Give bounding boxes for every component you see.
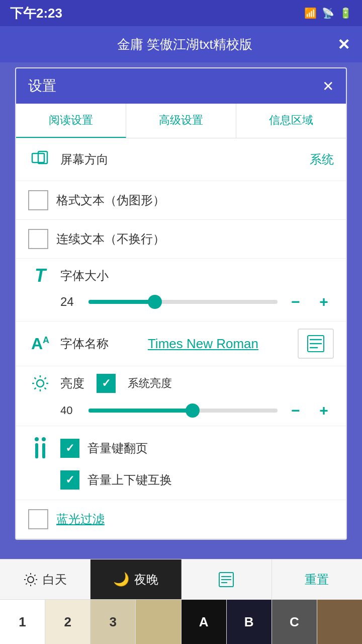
signal-icon: 📶	[304, 7, 317, 19]
app-title: 金庸 笑傲江湖txt精校版	[32, 36, 337, 53]
continuous-text-label: 连续文本（不换行）	[56, 231, 334, 247]
brightness-top-row: 亮度 系统亮度	[28, 371, 334, 395]
bottom-toolbar: 白天 🌙 夜晚 重置 1 2 3	[0, 559, 362, 644]
theme-a-label: A	[199, 614, 209, 630]
settings-content: 屏幕方向 系统 格式文本（伪图形） 连续文本（不换行） T 字体大小	[16, 138, 346, 539]
svg-rect-18	[42, 443, 45, 458]
theme-button-1[interactable]: 1	[0, 600, 45, 644]
status-time: 下午2:23	[10, 5, 62, 22]
svg-point-15	[35, 437, 39, 441]
font-name-icon: AA	[28, 332, 52, 356]
volume-icon	[28, 436, 52, 460]
settings-close-button[interactable]: ✕	[322, 78, 334, 95]
brightness-value: 40	[60, 404, 80, 417]
format-text-row: 格式文本（伪图形）	[16, 181, 346, 220]
svg-line-24	[26, 575, 27, 576]
svg-point-16	[42, 437, 46, 441]
svg-line-14	[35, 388, 36, 389]
continuous-text-checkbox[interactable]	[28, 229, 48, 249]
svg-line-13	[45, 378, 46, 379]
screen-orientation-label: 屏幕方向	[60, 151, 302, 168]
theme-button-b[interactable]: B	[227, 600, 272, 644]
font-size-row: 24 − +	[28, 292, 334, 312]
brightness-slider-row: 40 − +	[60, 400, 334, 421]
blue-light-label[interactable]: 蓝光过滤	[56, 511, 105, 527]
font-name-value[interactable]: Times New Roman	[117, 336, 290, 352]
screen-orientation-row: 屏幕方向 系统	[16, 138, 346, 181]
svg-line-25	[34, 583, 35, 584]
tab-advanced-settings[interactable]: 高级设置	[126, 104, 236, 138]
volume-page-turn-checkbox[interactable]	[60, 439, 79, 458]
system-brightness-checkbox[interactable]	[97, 374, 116, 393]
toolbar-mode-row: 白天 🌙 夜晚 重置	[0, 559, 362, 600]
svg-line-26	[34, 575, 35, 576]
theme-button-3[interactable]: 3	[90, 600, 136, 644]
volume-page-turn-row: 音量键翻页	[28, 431, 334, 465]
svg-point-19	[28, 577, 34, 583]
night-mode-label: 夜晚	[134, 572, 158, 588]
theme-1-label: 1	[19, 614, 26, 630]
toolbar-themes-row: 1 2 3 A B C	[0, 600, 362, 644]
wifi-icon: 📡	[322, 7, 334, 19]
theme-3-label: 3	[110, 614, 117, 630]
svg-rect-17	[35, 443, 38, 458]
theme-button-c[interactable]: C	[272, 600, 317, 644]
title-close-button[interactable]: ✕	[337, 36, 350, 53]
brightness-icon	[28, 371, 52, 395]
font-size-value: 24	[60, 295, 80, 309]
font-size-decrease-button[interactable]: −	[286, 292, 306, 312]
screen-orientation-value[interactable]: 系统	[310, 151, 334, 168]
volume-swap-label: 音量上下键互换	[87, 472, 334, 488]
day-mode-button[interactable]: 白天	[0, 559, 90, 599]
theme-button-4[interactable]	[136, 600, 181, 644]
tab-reading-settings[interactable]: 阅读设置	[16, 104, 126, 138]
settings-header: 设置 ✕	[16, 68, 346, 104]
format-text-label: 格式文本（伪图形）	[56, 192, 334, 208]
font-name-label: 字体名称	[60, 336, 109, 352]
theme-button-a[interactable]: A	[182, 600, 227, 644]
save-button[interactable]	[182, 559, 272, 599]
theme-c-label: C	[290, 614, 299, 630]
moon-icon: 🌙	[113, 572, 129, 587]
font-name-picker-button[interactable]	[298, 329, 334, 359]
font-size-section: T 字体大小 24 − +	[16, 259, 346, 321]
system-brightness-label: 系统亮度	[128, 376, 172, 391]
status-icons: 📶 📡 🔋	[304, 7, 352, 19]
blue-light-row: 蓝光过滤	[16, 500, 346, 539]
brightness-increase-button[interactable]: +	[314, 400, 334, 421]
settings-modal: 设置 ✕ 阅读设置 高级设置 信息区域 屏幕方向 系统	[15, 67, 347, 540]
theme-button-sepia[interactable]	[317, 600, 362, 644]
theme-2-label: 2	[64, 614, 71, 630]
font-size-label: 字体大小	[60, 268, 109, 284]
font-size-slider[interactable]	[88, 300, 278, 304]
theme-b-label: B	[244, 614, 254, 630]
svg-line-12	[45, 388, 46, 389]
svg-line-27	[26, 583, 27, 584]
day-mode-label: 白天	[43, 572, 67, 588]
continuous-text-row: 连续文本（不换行）	[16, 220, 346, 259]
title-bar: 金庸 笑傲江湖txt精校版 ✕	[0, 26, 362, 62]
blue-light-checkbox[interactable]	[28, 509, 48, 529]
reset-button[interactable]: 重置	[272, 559, 362, 599]
font-size-increase-button[interactable]: +	[314, 292, 334, 312]
tab-info-area[interactable]: 信息区域	[236, 104, 346, 138]
brightness-slider[interactable]	[88, 409, 278, 413]
volume-section: 音量键翻页 音量上下键互换	[16, 426, 346, 500]
font-size-icon: T	[28, 264, 52, 288]
settings-tabs: 阅读设置 高级设置 信息区域	[16, 104, 346, 138]
settings-title: 设置	[28, 76, 56, 96]
brightness-label: 亮度	[60, 375, 84, 391]
status-bar: 下午2:23 📶 📡 🔋	[0, 0, 362, 26]
brightness-section: 亮度 系统亮度 40 − +	[16, 366, 346, 426]
font-name-row: AA 字体名称 Times New Roman	[16, 321, 346, 366]
theme-button-2[interactable]: 2	[45, 600, 90, 644]
battery-icon: 🔋	[339, 7, 352, 19]
volume-swap-row: 音量上下键互换	[28, 465, 334, 495]
format-text-checkbox[interactable]	[28, 190, 48, 210]
reset-label: 重置	[305, 572, 329, 588]
volume-page-turn-label: 音量键翻页	[87, 440, 334, 456]
svg-point-6	[37, 380, 44, 387]
brightness-decrease-button[interactable]: −	[286, 400, 306, 421]
night-mode-button[interactable]: 🌙 夜晚	[90, 559, 181, 599]
volume-swap-checkbox[interactable]	[60, 470, 79, 490]
